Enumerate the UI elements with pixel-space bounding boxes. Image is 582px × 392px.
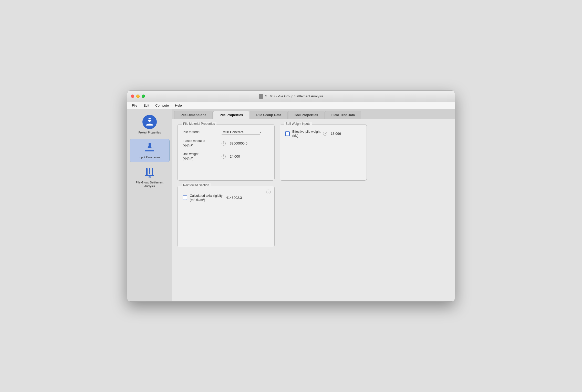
engineer-icon bbox=[145, 117, 154, 127]
effective-pile-weight-help-icon[interactable]: ? bbox=[323, 132, 327, 136]
minimize-button[interactable] bbox=[136, 95, 140, 98]
axial-rigidity-checkbox[interactable] bbox=[183, 195, 187, 200]
reinforced-section-help-icon[interactable]: ? bbox=[266, 190, 271, 194]
unit-weight-help-icon[interactable]: ? bbox=[222, 154, 226, 159]
project-properties-icon bbox=[142, 115, 157, 129]
svg-rect-4 bbox=[148, 119, 152, 120]
tab-field-test-data[interactable]: Field Test Data bbox=[325, 111, 361, 119]
main-window: GEMS - Pile Group Settlement Analysis Fi… bbox=[127, 90, 455, 302]
axial-rigidity-input[interactable] bbox=[225, 195, 258, 200]
svg-point-12 bbox=[149, 176, 150, 178]
menu-edit[interactable]: Edit bbox=[141, 103, 152, 108]
pile-material-select[interactable]: M30 Concrete M25 Concrete Steel Timber bbox=[222, 130, 260, 135]
effective-pile-weight-row: Effective pile weight(kN) ? bbox=[285, 130, 361, 138]
pile-group-settlement-icon bbox=[143, 167, 156, 179]
axial-rigidity-row: Calculated axial rigidity(m².kN/m²) bbox=[183, 194, 269, 202]
elastic-modulus-help-icon[interactable]: ? bbox=[222, 141, 226, 146]
app-icon bbox=[259, 94, 263, 99]
sidebar-label-project-properties: Project Properties bbox=[138, 131, 161, 134]
tab-pile-dimensions[interactable]: Pile Dimensions bbox=[174, 111, 213, 119]
sidebar: Project Properties Input Parameters bbox=[127, 109, 172, 301]
sidebar-item-input-parameters[interactable]: Input Parameters bbox=[130, 139, 170, 162]
elastic-modulus-label: Elastic modulus(kN/m²) bbox=[183, 139, 219, 148]
menu-file[interactable]: File bbox=[129, 103, 140, 108]
pile-analysis-icon bbox=[144, 167, 155, 179]
svg-rect-2 bbox=[259, 97, 262, 97]
content-area: Pile Dimensions Pile Properties Pile Gro… bbox=[172, 109, 455, 301]
svg-rect-1 bbox=[259, 96, 263, 96]
svg-rect-8 bbox=[146, 168, 148, 175]
download-pile-icon bbox=[144, 142, 155, 153]
content-body: Pile Material Properties Pile material M… bbox=[172, 119, 455, 301]
reinforced-section-title: Reinforced Section bbox=[182, 183, 211, 187]
sidebar-label-pile-group-settlement: Pile Group Settlement Analysis bbox=[132, 181, 168, 188]
unit-weight-input[interactable] bbox=[229, 154, 269, 159]
tab-pile-group-data[interactable]: Pile Group Data bbox=[250, 111, 288, 119]
menu-compute[interactable]: Compute bbox=[153, 103, 171, 108]
traffic-lights bbox=[131, 95, 145, 98]
pile-material-label: Pile material bbox=[183, 130, 219, 135]
maximize-button[interactable] bbox=[142, 95, 145, 98]
svg-rect-5 bbox=[145, 150, 154, 151]
title-text: GEMS - Pile Group Settlement Analysis bbox=[265, 94, 323, 98]
tab-pile-properties[interactable]: Pile Properties bbox=[213, 111, 249, 119]
axial-rigidity-label: Calculated axial rigidity(m².kN/m²) bbox=[190, 194, 223, 202]
menubar: File Edit Compute Help bbox=[127, 102, 455, 109]
svg-rect-9 bbox=[149, 168, 150, 174]
unit-weight-row: Unit weight(kN/m³) ? bbox=[183, 152, 269, 161]
close-button[interactable] bbox=[131, 95, 134, 98]
main-layout: Project Properties Input Parameters bbox=[127, 109, 455, 301]
effective-pile-weight-checkbox[interactable] bbox=[285, 131, 290, 136]
svg-rect-7 bbox=[149, 143, 151, 148]
self-weight-section: Self Weight inputs Effective pile weight… bbox=[280, 124, 367, 181]
input-parameters-icon bbox=[143, 142, 156, 154]
tab-soil-properties[interactable]: Soil Properties bbox=[288, 111, 325, 119]
window-title: GEMS - Pile Group Settlement Analysis bbox=[259, 94, 323, 99]
elastic-modulus-row: Elastic modulus(kN/m²) ? bbox=[183, 139, 269, 148]
pile-material-section: Pile Material Properties Pile material M… bbox=[177, 124, 275, 181]
elastic-modulus-input[interactable] bbox=[229, 141, 269, 146]
sidebar-label-input-parameters: Input Parameters bbox=[139, 156, 160, 159]
tabs-bar: Pile Dimensions Pile Properties Pile Gro… bbox=[172, 109, 455, 119]
sidebar-item-project-properties[interactable]: Project Properties bbox=[130, 112, 170, 137]
sidebar-item-pile-group-settlement[interactable]: Pile Group Settlement Analysis bbox=[130, 164, 170, 191]
pile-material-select-wrapper: M30 Concrete M25 Concrete Steel Timber ▼ bbox=[222, 130, 263, 135]
self-weight-section-title: Self Weight inputs bbox=[284, 122, 312, 126]
unit-weight-label: Unit weight(kN/m³) bbox=[183, 152, 219, 161]
reinforced-section: Reinforced Section ? Calculated axial ri… bbox=[177, 186, 275, 247]
svg-rect-11 bbox=[145, 175, 154, 176]
top-row: Pile Material Properties Pile material M… bbox=[177, 124, 450, 181]
effective-pile-weight-label: Effective pile weight(kN) bbox=[292, 130, 320, 138]
effective-pile-weight-input[interactable] bbox=[330, 131, 355, 136]
pile-material-row: Pile material M30 Concrete M25 Concrete … bbox=[183, 130, 269, 135]
pile-material-section-title: Pile Material Properties bbox=[182, 122, 216, 126]
svg-rect-10 bbox=[152, 168, 153, 176]
menu-help[interactable]: Help bbox=[172, 103, 184, 108]
titlebar: GEMS - Pile Group Settlement Analysis bbox=[127, 91, 455, 102]
